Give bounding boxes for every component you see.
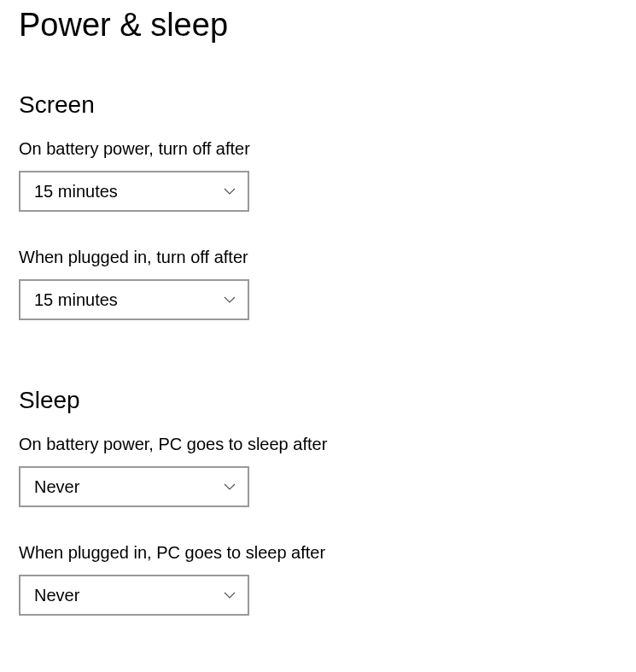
sleep-heading: Sleep	[19, 387, 636, 414]
sleep-battery-setting: On battery power, PC goes to sleep after…	[19, 435, 636, 507]
sleep-battery-label: On battery power, PC goes to sleep after	[19, 435, 636, 454]
sleep-plugged-setting: When plugged in, PC goes to sleep after …	[19, 543, 636, 616]
sleep-plugged-dropdown[interactable]: Never	[19, 575, 249, 616]
screen-section: Screen On battery power, turn off after …	[19, 91, 636, 320]
sleep-plugged-label: When plugged in, PC goes to sleep after	[19, 543, 636, 563]
chevron-down-icon	[224, 188, 236, 195]
screen-heading: Screen	[19, 91, 636, 119]
screen-plugged-dropdown[interactable]: 15 minutes	[19, 279, 249, 320]
screen-plugged-label: When plugged in, turn off after	[19, 248, 636, 267]
chevron-down-icon	[224, 483, 236, 490]
screen-plugged-setting: When plugged in, turn off after 15 minut…	[19, 248, 636, 320]
sleep-battery-dropdown[interactable]: Never	[19, 466, 249, 507]
screen-battery-dropdown[interactable]: 15 minutes	[19, 171, 249, 212]
screen-battery-label: On battery power, turn off after	[19, 139, 636, 159]
screen-plugged-value: 15 minutes	[34, 290, 118, 310]
sleep-section: Sleep On battery power, PC goes to sleep…	[19, 387, 636, 616]
sleep-battery-value: Never	[34, 477, 79, 497]
chevron-down-icon	[224, 296, 236, 303]
page-title: Power & sleep	[19, 7, 636, 44]
chevron-down-icon	[224, 592, 236, 599]
screen-battery-setting: On battery power, turn off after 15 minu…	[19, 139, 636, 212]
sleep-plugged-value: Never	[34, 586, 79, 605]
screen-battery-value: 15 minutes	[34, 182, 118, 202]
